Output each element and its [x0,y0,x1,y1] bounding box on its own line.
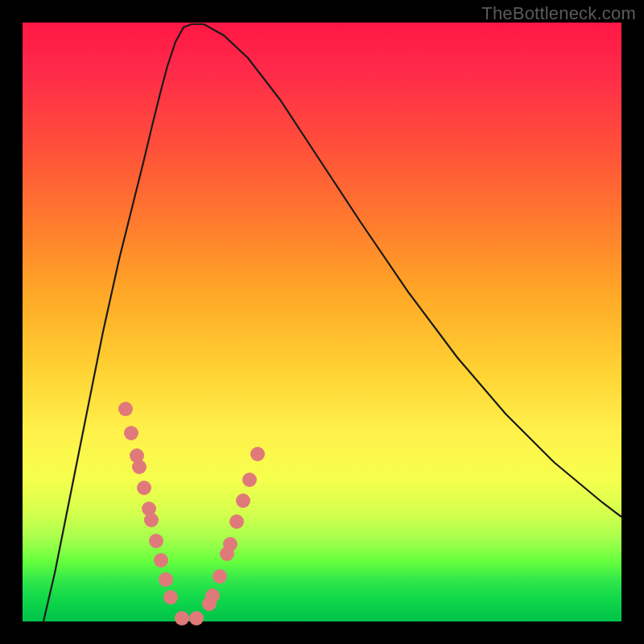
marker-dot [242,473,257,487]
marker-dot [205,588,220,603]
marker-dot [159,572,173,587]
chart-frame: TheBottleneck.com [0,0,644,644]
marker-dot [175,611,189,625]
bottleneck-curve [43,24,621,621]
curve-svg [23,23,621,621]
watermark-text: TheBottleneck.com [481,3,636,24]
marker-dot [132,460,147,474]
marker-dot [124,426,138,440]
marker-dot [189,611,204,625]
plot-area [23,23,621,621]
marker-dot [223,537,237,551]
marker-dot [250,447,265,461]
marker-dot [137,481,151,495]
marker-dot [118,402,133,416]
marker-dot [163,590,178,605]
marker-dot [236,493,250,508]
marker-dot [154,553,168,568]
marker-dot [144,513,159,527]
marker-dot [213,569,227,584]
highlighted-points [118,402,265,625]
marker-dot [229,514,244,529]
marker-dot [149,534,163,548]
